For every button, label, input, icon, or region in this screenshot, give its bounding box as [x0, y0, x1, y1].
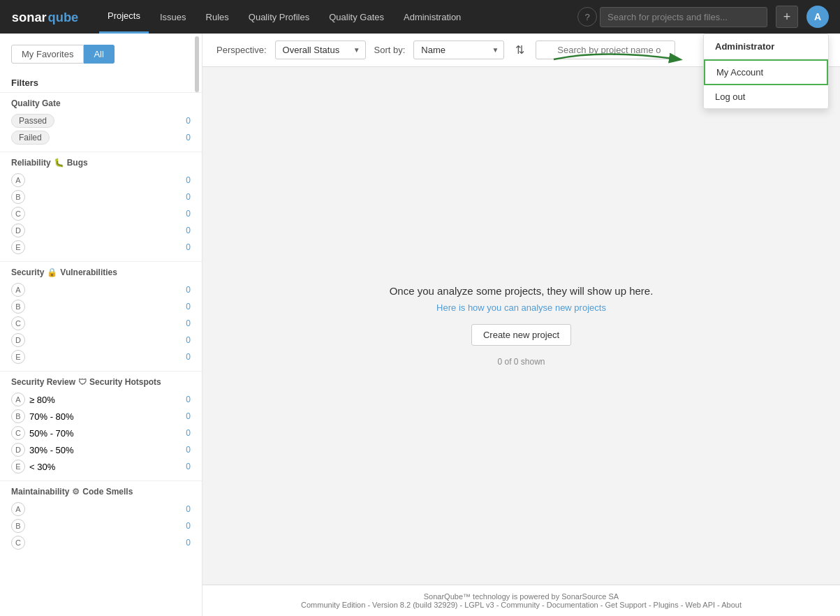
reliability-count-a: 0 [186, 175, 191, 185]
reliability-grade-b[interactable]: B [11, 190, 25, 204]
quality-gate-passed-row: Passed 0 [11, 112, 191, 129]
sr-count-e: 0 [186, 462, 191, 471]
quality-gate-title: Quality Gate [11, 98, 191, 108]
reliability-grade-e[interactable]: E [11, 240, 25, 254]
perspective-select[interactable]: Overall Status [275, 41, 366, 59]
reliability-count-d: 0 [186, 226, 191, 235]
reliability-count-c: 0 [186, 209, 191, 219]
sortby-select-wrapper: Name ▼ [413, 41, 504, 59]
security-count-c: 0 [186, 318, 191, 328]
reliability-count-b: 0 [186, 192, 191, 202]
maintainability-section: Maintainability ⚙ Code Smells A 0 B 0 C … [0, 481, 202, 557]
security-review-section: Security Review 🛡 Security Hotspots A ≥ … [0, 371, 202, 481]
quality-gate-failed-row: Failed 0 [11, 129, 191, 146]
maint-count-b: 0 [186, 521, 191, 531]
all-tab[interactable]: All [84, 45, 114, 64]
reliability-section: Reliability 🐛 Bugs A 0 B 0 C 0 D 0 E [0, 152, 202, 261]
sr-grade-d[interactable]: D [11, 443, 25, 457]
security-count-a: 0 [186, 285, 191, 295]
maint-grade-b[interactable]: B [11, 519, 25, 533]
project-search-wrapper: 🔍 [536, 41, 675, 59]
empty-state: Once you analyze some projects, they wil… [202, 67, 840, 585]
maint-grade-a[interactable]: A [11, 502, 25, 516]
security-b-row: B 0 [11, 298, 191, 315]
project-search-input[interactable] [536, 41, 675, 59]
security-grade-d[interactable]: D [11, 333, 25, 347]
sr-e-label: < 30% [29, 462, 55, 472]
sr-d-label: 30% - 50% [29, 445, 74, 455]
security-section: Security 🔒 Vulnerabilities A 0 B 0 C 0 D… [0, 261, 202, 371]
sr-count-d: 0 [186, 445, 191, 455]
sort-direction-button[interactable]: ⇅ [513, 41, 527, 59]
security-grade-c[interactable]: C [11, 316, 25, 330]
security-a-row: A 0 [11, 281, 191, 298]
reliability-title: Reliability 🐛 Bugs [11, 158, 191, 168]
security-grade-e[interactable]: E [11, 350, 25, 364]
perspective-select-wrapper: Overall Status ▼ [275, 41, 366, 59]
maint-grade-c[interactable]: C [11, 536, 25, 550]
navbar: sonar qube Projects Issues Rules Quality… [0, 0, 840, 34]
user-avatar[interactable]: A [806, 6, 829, 28]
reliability-grade-a[interactable]: A [11, 173, 25, 187]
main-layout: My Favorites All Filters Quality Gate Pa… [0, 34, 840, 616]
security-c-row: C 0 [11, 315, 191, 332]
sr-grade-c[interactable]: C [11, 426, 25, 440]
logo[interactable]: sonar qube [11, 6, 88, 27]
dropdown-header: Administrator [704, 34, 828, 59]
empty-state-title: Once you analyze some projects, they wil… [390, 285, 654, 297]
global-search-input[interactable] [600, 7, 767, 27]
maint-count-c: 0 [186, 538, 191, 548]
reliability-b-row: B 0 [11, 189, 191, 205]
quality-gate-section: Quality Gate Passed 0 Failed 0 [0, 92, 202, 152]
failed-badge[interactable]: Failed [11, 131, 50, 145]
sr-grade-e[interactable]: E [11, 460, 25, 474]
nav-quality-gates[interactable]: Quality Gates [320, 0, 392, 34]
sortby-select[interactable]: Name [413, 41, 504, 59]
security-d-row: D 0 [11, 332, 191, 349]
reliability-count-e: 0 [186, 242, 191, 252]
reliability-e-row: E 0 [11, 239, 191, 256]
logout-item[interactable]: Log out [704, 85, 828, 108]
failed-count: 0 [186, 133, 191, 142]
maintainability-title: Maintainability ⚙ Code Smells [11, 487, 191, 497]
svg-text:sonar: sonar [12, 10, 47, 24]
sr-b-label: 70% - 80% [29, 411, 74, 422]
perspective-label: Perspective: [216, 45, 267, 55]
create-button[interactable]: + [776, 6, 798, 28]
scrollbar[interactable] [195, 36, 199, 92]
shown-count: 0 of 0 shown [497, 357, 545, 367]
nav-quality-profiles[interactable]: Quality Profiles [240, 0, 318, 34]
nav-issues[interactable]: Issues [152, 0, 195, 34]
my-account-item[interactable]: My Account [704, 59, 828, 85]
reliability-grade-c[interactable]: C [11, 207, 25, 221]
sr-count-c: 0 [186, 428, 191, 438]
security-e-row: E 0 [11, 349, 191, 365]
footer-line1: SonarQube™ technology is powered by Sona… [216, 592, 826, 601]
sr-count-a: 0 [186, 395, 191, 404]
sr-grade-a[interactable]: A [11, 393, 25, 406]
footer: SonarQube™ technology is powered by Sona… [202, 585, 840, 616]
my-favorites-tab[interactable]: My Favorites [11, 45, 84, 64]
nav-projects[interactable]: Projects [99, 0, 149, 34]
create-new-project-button[interactable]: Create new project [471, 324, 571, 346]
account-dropdown: Administrator My Account Log out [703, 34, 829, 109]
security-title: Security 🔒 Vulnerabilities [11, 267, 191, 277]
nav-rules[interactable]: Rules [198, 0, 237, 34]
sidebar: My Favorites All Filters Quality Gate Pa… [0, 34, 202, 616]
passed-badge[interactable]: Passed [11, 114, 54, 128]
sr-d-row: D 30% - 50% 0 [11, 441, 191, 458]
help-button[interactable]: ? [577, 7, 597, 27]
reliability-d-row: D 0 [11, 222, 191, 239]
nav-administration[interactable]: Administration [395, 0, 469, 34]
filters-title: Filters [0, 69, 202, 92]
maint-c-row: C 0 [11, 534, 191, 551]
footer-line2: Community Edition - Version 8.2 (build 3… [216, 601, 826, 609]
security-grade-a[interactable]: A [11, 283, 25, 297]
sr-a-row: A ≥ 80% 0 [11, 391, 191, 408]
security-review-title: Security Review 🛡 Security Hotspots [11, 377, 191, 387]
reliability-grade-d[interactable]: D [11, 223, 25, 237]
sr-grade-b[interactable]: B [11, 409, 25, 423]
maint-b-row: B 0 [11, 518, 191, 534]
security-grade-b[interactable]: B [11, 300, 25, 314]
gear-icon: ⚙ [72, 487, 80, 497]
